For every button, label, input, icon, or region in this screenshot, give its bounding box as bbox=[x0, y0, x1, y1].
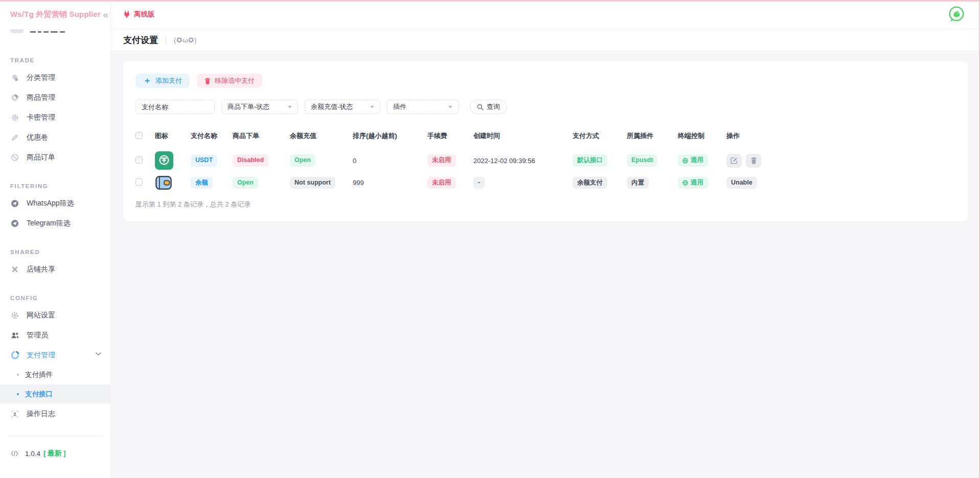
select-row-checkbox[interactable] bbox=[135, 178, 143, 186]
version-row: 1.0.4 [ 最新 ] bbox=[0, 449, 110, 458]
header-actions: 操作 bbox=[726, 125, 955, 149]
cell-method: 余额支付 bbox=[573, 172, 627, 193]
payment-name-input[interactable] bbox=[135, 100, 215, 114]
cross-arrows-icon bbox=[10, 265, 19, 274]
header-order: 商品下单 bbox=[233, 125, 290, 149]
sidebar-item-category-management[interactable]: 分类管理 bbox=[0, 67, 110, 87]
cell-payment-name: 余额 bbox=[191, 172, 233, 193]
sidebar-item-product-management[interactable]: 商品管理 bbox=[0, 87, 110, 107]
usdt-icon bbox=[155, 151, 191, 170]
paper-plane-circle-icon bbox=[10, 199, 19, 208]
payment-name-badge: 余额 bbox=[191, 177, 213, 189]
cell-order-status: Open bbox=[233, 172, 290, 193]
header-created: 创建时间 bbox=[473, 125, 573, 149]
select-row-checkbox[interactable] bbox=[135, 156, 143, 164]
sidebar: Ws/Tg 外贸营销 Supplier « TRADE 分类管理 bbox=[0, 0, 111, 478]
wallet-icon bbox=[155, 175, 191, 191]
section-label-config: CONFIG bbox=[10, 295, 100, 302]
sidebar-item-operation-logs[interactable]: 操作日志 bbox=[0, 404, 110, 424]
app-logo: Ws/Tg 外贸营销 Supplier bbox=[10, 10, 101, 19]
header-sort: 排序(越小越前) bbox=[353, 125, 427, 149]
section-label-filtering: FILTERING bbox=[10, 183, 100, 190]
caret-down-icon bbox=[288, 106, 292, 108]
header-fee: 手续费 bbox=[427, 125, 473, 149]
plus-icon: ＋ bbox=[143, 77, 151, 85]
chevron-down-icon bbox=[96, 352, 101, 356]
sidebar-item-telegram-filter[interactable]: Telegram筛选 bbox=[0, 213, 110, 233]
code-icon bbox=[10, 450, 19, 457]
section-label-trade: TRADE bbox=[10, 57, 100, 64]
header-icon: 图标 bbox=[155, 125, 191, 149]
globe-icon bbox=[682, 158, 688, 164]
version-number: 1.0.4 bbox=[25, 450, 40, 458]
toolbar: ＋ 添加支付 移除选中支付 bbox=[135, 74, 955, 88]
sidebar-item-payment-management[interactable]: 支付管理 bbox=[0, 345, 110, 365]
face-scan-icon bbox=[10, 410, 19, 418]
version-tag[interactable]: [ 最新 ] bbox=[43, 449, 66, 458]
users-icon bbox=[10, 331, 19, 339]
sidebar-item-site-settings[interactable]: 网站设置 bbox=[0, 305, 110, 325]
bullet-icon bbox=[17, 374, 19, 376]
status-badge: 未启用 bbox=[427, 154, 456, 167]
status-badge: 未启用 bbox=[427, 177, 456, 189]
cell-terminal: 通用 bbox=[678, 172, 726, 193]
terminal-badge: 通用 bbox=[678, 154, 708, 167]
cell-fee: 未启用 bbox=[427, 172, 473, 193]
plug-icon bbox=[123, 11, 130, 18]
status-badge: Open bbox=[233, 177, 258, 189]
sidebar-item-whatsapp-filter[interactable]: WhatsApp筛选 bbox=[0, 193, 110, 213]
sidebar-item-shop-sharing[interactable]: 店铺共享 bbox=[0, 259, 110, 279]
cell-fee: 未启用 bbox=[427, 149, 473, 172]
title-separator bbox=[166, 36, 166, 44]
clipped-item-icon bbox=[10, 29, 24, 33]
created-badge: - bbox=[473, 177, 485, 189]
globe-icon bbox=[682, 180, 688, 186]
sidebar-item-administrators[interactable]: 管理员 bbox=[0, 325, 110, 345]
search-button[interactable]: 查询 bbox=[470, 100, 507, 114]
avatar[interactable] bbox=[946, 4, 967, 25]
sidebar-item-payment-api[interactable]: 支付接口 bbox=[0, 384, 110, 404]
sidebar-collapse-icon[interactable]: « bbox=[101, 10, 110, 19]
cell-recharge-status: Open bbox=[290, 149, 353, 172]
header-terminal: 终端控制 bbox=[678, 125, 726, 149]
search-icon bbox=[477, 104, 484, 110]
sidebar-item-cardkey-management[interactable]: 卡密管理 bbox=[0, 107, 110, 127]
method-badge: 默认接口 bbox=[573, 154, 607, 167]
order-status-select[interactable]: 商品下单-状态 bbox=[221, 100, 298, 114]
sidebar-item-payment-plugins[interactable]: 支付插件 bbox=[0, 365, 110, 384]
cell-plugin: 内置 bbox=[627, 172, 678, 193]
page-title-emote: (✪ω✪) bbox=[174, 36, 197, 44]
offline-version-badge[interactable]: 离线版 bbox=[123, 10, 155, 19]
caret-down-icon bbox=[448, 106, 452, 108]
recharge-status-select[interactable]: 余额充值-状态 bbox=[305, 100, 380, 114]
cell-icon bbox=[155, 172, 191, 193]
sidebar-item-clipped[interactable] bbox=[10, 29, 110, 36]
unable-badge: Unable bbox=[726, 177, 757, 189]
cell-created: - bbox=[473, 172, 573, 193]
sidebar-item-coupons[interactable]: 优惠卷 bbox=[0, 127, 110, 147]
plugin-select[interactable]: 插件 bbox=[387, 100, 459, 114]
ban-circle-icon bbox=[10, 153, 19, 162]
header-payment-name: 支付名称 bbox=[191, 125, 233, 149]
select-all-checkbox[interactable] bbox=[135, 132, 143, 139]
edit-button[interactable] bbox=[726, 154, 742, 168]
cell-recharge-status: Not support bbox=[290, 172, 353, 193]
paper-plane-circle-icon bbox=[10, 219, 19, 227]
records-summary: 显示第 1 到第 2 条记录，总共 2 条记录 bbox=[135, 200, 955, 209]
add-payment-button[interactable]: ＋ 添加支付 bbox=[135, 74, 190, 88]
cell-icon bbox=[155, 149, 191, 172]
cell-sort: 999 bbox=[353, 172, 427, 193]
delete-button[interactable] bbox=[746, 154, 761, 168]
content-area: ＋ 添加支付 移除选中支付 商品下单-状态 bbox=[111, 51, 980, 478]
cell-actions: Unable bbox=[726, 172, 955, 193]
cell-created: 2022-12-02 09:39:56 bbox=[473, 149, 573, 172]
filter-bar: 商品下单-状态 余额充值-状态 插件 bbox=[135, 100, 955, 114]
remove-selected-button[interactable]: 移除选中支付 bbox=[197, 74, 262, 88]
cell-sort: 0 bbox=[353, 149, 427, 172]
cell-terminal: 通用 bbox=[678, 149, 726, 172]
plugin-badge: Epusdt bbox=[627, 154, 657, 167]
table-row: USDT Disabled Open 0 未启用 2022-12-02 09:3… bbox=[135, 149, 955, 172]
cell-actions bbox=[726, 149, 955, 172]
caret-down-icon bbox=[370, 106, 374, 108]
sidebar-item-product-orders[interactable]: 商品订单 bbox=[0, 147, 110, 167]
